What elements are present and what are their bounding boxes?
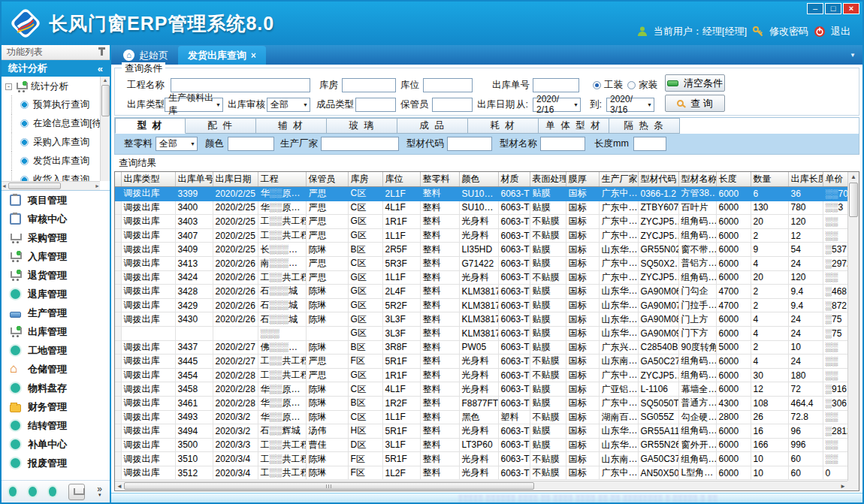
table-row[interactable]: 调拨出库34302020/2/26石░░░城陈琳G区3L3F整料KLM38176…	[115, 312, 847, 327]
tree-item-transit-query[interactable]: 在途信息查询[待	[2, 114, 110, 133]
scrollbar-thumb[interactable]	[124, 482, 534, 490]
quick-circle-icon[interactable]	[49, 487, 56, 496]
more-buttons-chevron[interactable]: »▾	[97, 486, 102, 498]
maximize-button[interactable]: □	[825, 3, 841, 14]
quick-circle-icon[interactable]	[29, 487, 36, 496]
grid-vertical-scrollbar[interactable]: ▲	[847, 172, 859, 481]
clear-conditions-button[interactable]: 清空条件	[665, 74, 725, 92]
table-row[interactable]: 调拨出库34002020/2/25华░░原…严思C区4L1F整料SU10…606…	[115, 201, 847, 215]
scroll-up-icon[interactable]: ▲	[848, 172, 859, 182]
table-row[interactable]: 调拨出库34092020/2/25长░░░…陈琳B区2R5F整料LI35HD60…	[115, 243, 847, 257]
cart-quick-button[interactable]	[68, 484, 85, 500]
table-row[interactable]: 调拨出库34452020/2/27工░░共工程严思F区5R1F整料光身料6063…	[115, 355, 847, 369]
column-header-out-date[interactable]: 出库日期	[213, 172, 258, 187]
table-row[interactable]: 调拨出库34612020/2/28华░░原…陈琳B区1R2F整料F8877FT6…	[115, 396, 847, 410]
column-header-keeper[interactable]: 保管员	[306, 172, 348, 187]
tab-insulation-strip[interactable]: 隔 热 条	[609, 118, 680, 134]
column-header-color[interactable]: 颜色	[459, 172, 498, 187]
table-row[interactable]: 调拨出库34932020/3/2华░░原…陈琳C区1L1F整料黑色塑料不贴膜国标…	[115, 410, 847, 424]
tree-vertical-scrollbar[interactable]: ▲	[100, 77, 110, 181]
scroll-left-icon[interactable]: ◄	[2, 183, 7, 189]
column-header-project[interactable]: 工程	[258, 172, 306, 187]
column-header-order-no[interactable]: 出库单号	[175, 172, 213, 187]
scroll-right-icon[interactable]: ►	[838, 483, 847, 490]
radio-gongzhuang[interactable]: 工装	[593, 77, 623, 92]
column-header-manufacturer[interactable]: 生产厂家	[599, 172, 638, 187]
tree-item-purchase-inbound-query[interactable]: 采购入库查询	[2, 133, 110, 152]
table-row[interactable]: 调拨出库34132020/2/26南░░░…严思C区5R3F整料G7142260…	[115, 256, 847, 270]
column-header-warehouse[interactable]: 库房	[348, 172, 382, 187]
table-row[interactable]: 调拨出库33992020/2/25华░░原…严思C区2L1F整料SU10…606…	[115, 187, 847, 201]
table-row[interactable]: 调拨出库34072020/2/25工░░共工程严思G区1L1F整料光身料6063…	[115, 228, 847, 243]
table-row[interactable]: 调拨出库34372020/2/27佛░░░…陈琳B区3R8F整料PW056063…	[115, 340, 847, 355]
sidebar-item-return-store-management[interactable]: 退库管理	[2, 285, 110, 303]
tab-glass[interactable]: 玻 璃	[327, 118, 397, 134]
sidebar-item-production-management[interactable]: 生产管理	[2, 303, 110, 322]
tree-item-shipment-outbound-query[interactable]: 发货出库查询	[2, 152, 110, 171]
profile-name-input[interactable]	[540, 137, 585, 151]
minimize-button[interactable]: –	[807, 3, 823, 14]
table-row[interactable]: 调拨出库35102020/3/4工░░共工程陈琳F区5R1F整料光身料6063-…	[115, 452, 847, 466]
sidebar-item-finance-management[interactable]: 财务管理	[2, 397, 110, 416]
column-header-profile-code[interactable]: 型材代码	[638, 172, 678, 187]
column-header-whole-part[interactable]: 整零料	[420, 172, 459, 187]
column-header-unit-price[interactable]: 单价	[823, 172, 847, 187]
scroll-left-icon[interactable]: ◄	[115, 483, 124, 490]
sidebar-item-audit-center[interactable]: 审核中心	[2, 210, 110, 228]
scrollbar-thumb[interactable]	[849, 183, 858, 217]
sidebar-item-scrap-management[interactable]: 报废管理	[2, 454, 110, 472]
whole-part-combo[interactable]: 全部▼	[156, 137, 198, 151]
table-row[interactable]: 调拨出库34942020/3/2石░░辉城汤伟H区5R1F整料光身料6063-T…	[115, 424, 847, 439]
keeper-input[interactable]	[432, 98, 473, 112]
column-header-quantity[interactable]: 数量	[751, 172, 788, 187]
from-date-picker[interactable]: 2020/ 2/16▼	[533, 98, 581, 112]
tab-single-profile[interactable]: 单 体 型 材	[539, 118, 609, 134]
sidebar-item-site-management[interactable]: 工地管理	[2, 341, 110, 360]
warehouse-input[interactable]	[342, 78, 396, 92]
length-input[interactable]	[633, 137, 666, 151]
grid-horizontal-scrollbar[interactable]: ◄ ►	[115, 481, 847, 490]
table-row[interactable]: 调拨出库34582020/2/28华░░原…陈琳C区4L1F整料光身料6063-…	[115, 382, 847, 397]
scrollbar-thumb[interactable]	[8, 183, 61, 189]
sidebar-item-return-goods-management[interactable]: 退货管理	[2, 266, 110, 285]
scrollbar-thumb[interactable]	[101, 85, 110, 116]
tab-finished-product[interactable]: 成 品	[397, 118, 468, 134]
to-date-picker[interactable]: 2020/ 3/16▼	[606, 98, 654, 112]
tree-item-budget-query[interactable]: 预算执行查询	[2, 95, 110, 114]
sidebar-item-carryover-management[interactable]: 结转管理	[2, 416, 110, 435]
tab-list-dropdown-icon[interactable]: ▼	[850, 52, 856, 59]
logout-link[interactable]: 退出	[831, 25, 850, 38]
scroll-right-icon[interactable]: ►	[95, 183, 100, 189]
project-name-input[interactable]	[171, 78, 310, 92]
profile-code-input[interactable]	[447, 137, 492, 151]
manufacturer-input[interactable]	[321, 137, 399, 151]
change-password-link[interactable]: 修改密码	[769, 25, 808, 38]
table-row[interactable]: 调拨出库35122020/3/4工░░共工程陈琳F区1L2F整料光身料6063-…	[115, 466, 847, 480]
sidebar-item-purchase-management[interactable]: 采购管理	[2, 228, 110, 247]
location-input[interactable]	[423, 78, 473, 92]
column-header-out-length[interactable]: 出库长度	[788, 172, 823, 187]
table-row[interactable]: 调拨出库34242020/2/26工░░共工程严思G区1L1F整料光身料6063…	[115, 270, 847, 285]
column-header-surface[interactable]: 表面处理	[530, 172, 566, 187]
sidebar-group-header[interactable]: 统计分析 «	[2, 60, 110, 77]
column-header-material[interactable]: 材质	[498, 172, 530, 187]
tree-expander-icon[interactable]: -	[5, 83, 12, 90]
close-button[interactable]: ×	[843, 3, 859, 14]
sidebar-item-outbound-management[interactable]: 出库管理	[2, 322, 110, 341]
column-header-length[interactable]: 长度	[716, 172, 751, 187]
table-row[interactable]: 调拨出库34282020/2/26石░░░城陈琳G区2L4F整料KLM38176…	[115, 285, 847, 299]
radio-jiazhuang[interactable]: 家装	[627, 77, 657, 92]
tree-horizontal-scrollbar[interactable]: ◄►	[2, 181, 100, 190]
order-no-input[interactable]	[533, 78, 579, 92]
sidebar-item-project-management[interactable]: 项目管理	[2, 191, 110, 210]
tab-shipment-outbound-query[interactable]: 发货出库查询 ×	[178, 46, 266, 65]
product-type-input[interactable]	[355, 98, 396, 112]
audit-combo[interactable]: 全部▼	[267, 98, 310, 112]
scroll-up-icon[interactable]: ▲	[101, 77, 110, 84]
column-header-location[interactable]: 库位	[382, 172, 420, 187]
table-row[interactable]: 调拨出库34292020/2/26石░░░城陈琳G区5R2F整料KLM38176…	[115, 298, 847, 312]
column-header-film[interactable]: 膜厚	[566, 172, 599, 187]
radio-icon[interactable]	[627, 81, 636, 89]
collapse-icon[interactable]: «	[98, 63, 103, 74]
search-button[interactable]: 查 询	[665, 95, 725, 112]
